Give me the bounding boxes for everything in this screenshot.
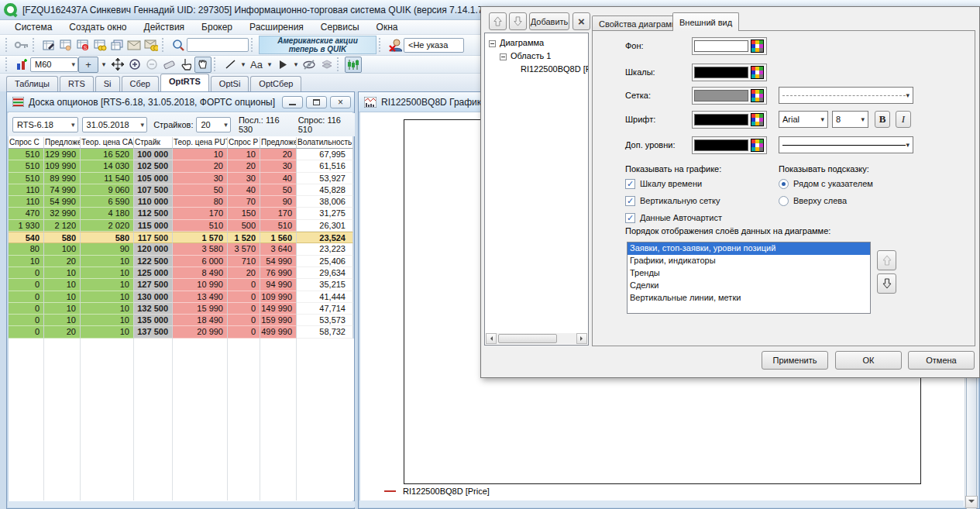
table-cell[interactable]: 76 990 (260, 267, 297, 279)
table-cell[interactable]: 10 (9, 256, 44, 267)
radio-icon[interactable] (779, 196, 789, 206)
table-cell[interactable]: 1 520 (228, 232, 260, 243)
menu-item-Расширения[interactable]: Расширения (241, 20, 312, 35)
font-family-combo[interactable]: Arial ▾ (779, 111, 828, 128)
scrollbar-thumb[interactable] (498, 334, 557, 343)
scroll-left-button[interactable] (486, 333, 497, 344)
font-size-combo[interactable]: 8 ▾ (832, 111, 868, 128)
table-cell[interactable]: 0 (228, 315, 260, 326)
table-row[interactable]: 540580580117 5001 5701 5201 56023,524 (9, 232, 354, 243)
stop-orders-button[interactable]: S (74, 37, 91, 53)
table-cell[interactable]: 15 990 (173, 303, 228, 315)
table-cell[interactable]: 0 (228, 326, 260, 338)
table-cell[interactable]: 47,714 (297, 303, 353, 315)
table-cell[interactable]: 41,444 (297, 291, 353, 303)
minimize-button[interactable] (282, 96, 303, 108)
workspace-tab-Сбер[interactable]: Сбер (122, 76, 159, 91)
table-cell[interactable]: 80 (173, 196, 228, 208)
column-header[interactable]: Спрос Р (228, 137, 260, 149)
bold-button[interactable]: B (875, 111, 890, 128)
table-cell[interactable]: 117 500 (134, 232, 173, 243)
new-chart-button[interactable] (13, 57, 30, 73)
table-cell[interactable]: 70 (228, 196, 260, 208)
layer-list-item[interactable]: Графики, индикаторы (628, 255, 870, 267)
copy-table-button[interactable] (108, 37, 126, 53)
radio-row-Рядом с указателем[interactable]: Рядом с указателем (779, 175, 873, 192)
table-cell[interactable]: 53,927 (297, 173, 353, 184)
table-cell[interactable]: 90 (81, 243, 134, 255)
account-combo[interactable]: <Не указа (404, 38, 464, 53)
scroll-right-button[interactable] (576, 333, 587, 344)
checkbox-row-Шкалу времени[interactable]: ✓Шкалу времени (625, 175, 722, 192)
table-cell[interactable]: 510 (173, 220, 228, 232)
table-cell[interactable]: 32 990 (44, 208, 81, 219)
table-cell[interactable]: 710 (228, 256, 260, 267)
table-row[interactable]: 510129 99016 520100 00010102067,995 (9, 149, 354, 160)
cancel-button[interactable]: Отмена (908, 351, 975, 370)
table-cell[interactable]: 510 (9, 160, 44, 172)
transactions-button[interactable] (143, 37, 160, 53)
table-cell[interactable]: 35,215 (297, 279, 353, 291)
table-cell[interactable]: 110 (9, 196, 44, 208)
radio-icon[interactable] (779, 179, 789, 189)
table-cell[interactable]: 170 (173, 208, 228, 219)
delete-button[interactable]: × (573, 12, 590, 30)
table-row[interactable]: 510109 99014 030102 50020203061,516 (9, 160, 354, 172)
maximize-button[interactable] (306, 96, 327, 108)
table-cell[interactable]: 2 020 (81, 220, 134, 232)
table-cell[interactable]: 1 560 (260, 232, 297, 243)
table-cell[interactable]: 10 (81, 256, 134, 267)
table-row[interactable]: 1 9302 1202 020115 00051050051026,301 (9, 220, 354, 232)
table-cell[interactable]: 10 (173, 149, 228, 160)
table-cell[interactable]: 540 (9, 232, 44, 243)
table-cell[interactable]: 30 (173, 173, 228, 184)
table-cell[interactable]: 0 (9, 326, 44, 338)
table-cell[interactable]: 110 000 (134, 196, 173, 208)
table-cell[interactable]: 2 120 (44, 220, 81, 232)
table-cell[interactable]: 0 (9, 279, 44, 291)
table-cell[interactable]: 58,732 (297, 326, 353, 338)
table-cell[interactable]: 100 (44, 243, 81, 255)
expiry-combo[interactable]: 31.05.2018 ▾ (82, 117, 148, 132)
table-cell[interactable]: 8 490 (173, 267, 228, 279)
layer-list-item[interactable]: Тренды (628, 267, 870, 280)
table-cell[interactable]: 127 500 (134, 279, 173, 291)
table-cell[interactable]: 510 (260, 220, 297, 232)
layer-up-button[interactable] (877, 250, 896, 270)
line-tool-button[interactable] (222, 57, 239, 73)
layers-button[interactable] (318, 57, 335, 73)
tree-item-series[interactable]: RI122500BQ8D [Pric (521, 64, 589, 74)
table-cell[interactable]: 45,828 (297, 184, 353, 196)
table-cell[interactable]: 150 (228, 208, 260, 219)
move-tool-button[interactable] (109, 57, 126, 73)
table-cell[interactable]: 0 (228, 291, 260, 303)
table-cell[interactable]: 470 (9, 208, 44, 219)
table-cell[interactable]: 10 (81, 303, 134, 315)
workspace-tab-OptСбер[interactable]: OptСбер (250, 76, 301, 91)
table-cell[interactable]: 10 990 (173, 279, 228, 291)
checkbox-row-Данные Авточартист[interactable]: ✓Данные Авточартист (625, 209, 722, 226)
table-cell[interactable]: 23,223 (297, 243, 353, 255)
table-cell[interactable]: 125 000 (134, 267, 173, 279)
table-cell[interactable]: 20 (44, 256, 81, 267)
column-header[interactable]: Страйк (134, 137, 173, 149)
table-cell[interactable]: 54 990 (44, 196, 81, 208)
table-cell[interactable]: 30 (228, 173, 260, 184)
table-cell[interactable]: 20 990 (173, 326, 228, 338)
table-cell[interactable]: 510 (9, 173, 44, 184)
menu-item-Брокер[interactable]: Брокер (193, 20, 241, 35)
workspace-tab-OptSi[interactable]: OptSi (211, 76, 249, 91)
tree-expander-icon[interactable] (500, 53, 507, 60)
table-cell[interactable]: 159 990 (260, 315, 297, 326)
table-cell[interactable]: 40 (228, 184, 260, 196)
table-cell[interactable]: 0 (9, 267, 44, 279)
table-cell[interactable]: 3 580 (173, 243, 228, 255)
table-cell[interactable]: 20 (228, 267, 260, 279)
table-cell[interactable]: 20 (228, 160, 260, 172)
period-combo[interactable]: M60 ▾ (30, 57, 78, 72)
options-window-titlebar[interactable]: Доска опционов [RTS-6.18, 31.05.2018, ФО… (7, 92, 354, 112)
table-row[interactable]: 11054 9906 590110 00080709038,006 (9, 196, 354, 208)
menu-item-Действия[interactable]: Действия (136, 20, 194, 35)
table-cell[interactable]: 80 (9, 243, 44, 255)
levels-line-style-combo[interactable]: ▾ (779, 136, 913, 153)
